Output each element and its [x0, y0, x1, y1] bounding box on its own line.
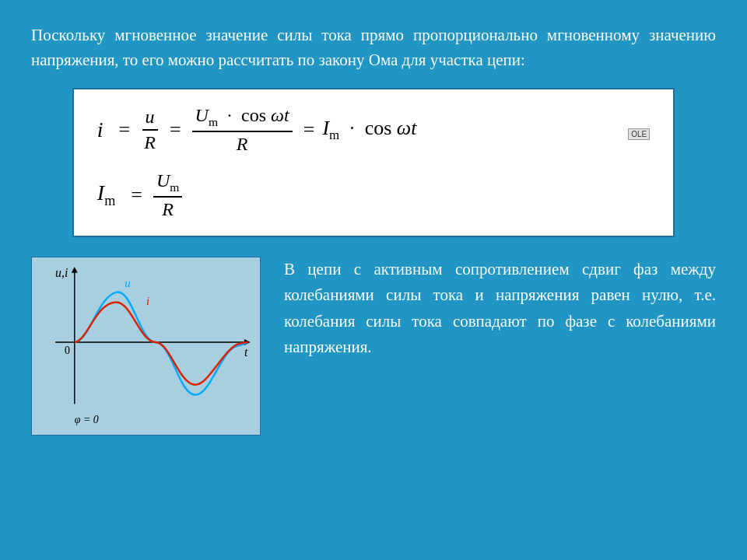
main-container: Поскольку мгновенное значение силы тока …: [0, 0, 747, 560]
svg-text:u: u: [124, 276, 130, 289]
svg-text:φ = 0: φ = 0: [75, 414, 99, 425]
numerator-Umcoswt: Um · cos ωt: [192, 105, 293, 132]
svg-text:i: i: [146, 295, 149, 307]
denominator-R3: R: [159, 198, 177, 220]
formula-box: i = u R = Um · cos ωt R = Im · cos ωt: [72, 88, 675, 237]
formula-line-1: i = u R = Um · cos ωt R = Im · cos ωt: [97, 105, 650, 155]
Im-coswt: Im · cos ωt: [322, 117, 416, 143]
eq2: =: [170, 118, 181, 142]
numerator-Um: Um: [153, 170, 182, 198]
ole-badge: OLE: [628, 128, 650, 140]
right-text: В цепи с активным сопротивлением сдвиг ф…: [284, 257, 716, 361]
svg-text:u,i: u,i: [55, 265, 68, 278]
denominator-R1: R: [141, 131, 159, 153]
graph-svg: u,i t 0 u i φ = 0: [32, 257, 260, 435]
denominator-R2: R: [233, 132, 251, 155]
frac-Umcoswt-R: Um · cos ωt R: [192, 105, 293, 155]
frac-Um-R: Um R: [153, 170, 182, 220]
formula-i: i: [97, 117, 103, 142]
svg-text:0: 0: [65, 345, 70, 356]
numerator-u: u: [142, 107, 158, 131]
formula-line-2: Im = Um R: [97, 170, 650, 220]
eq3: =: [303, 118, 315, 142]
svg-text:t: t: [244, 345, 248, 358]
frac-u-R: u R: [141, 107, 159, 153]
bottom-section: u,i t 0 u i φ = 0 В цепи с активным сопр…: [31, 257, 716, 436]
eq1: =: [119, 118, 131, 142]
eq4: =: [131, 184, 142, 207]
formula-Im: Im: [97, 180, 115, 209]
graph-container: u,i t 0 u i φ = 0: [31, 257, 261, 436]
intro-text: Поскольку мгновенное значение силы тока …: [31, 23, 716, 72]
